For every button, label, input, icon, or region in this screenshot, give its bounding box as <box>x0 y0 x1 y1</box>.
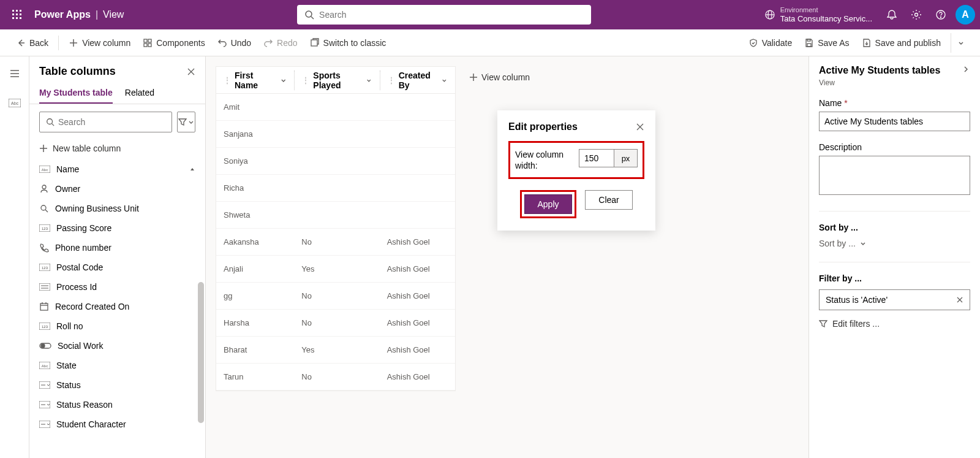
filter-button[interactable] <box>177 112 195 132</box>
list-item[interactable]: Social Work <box>29 336 205 356</box>
chevron-down-icon[interactable] <box>280 77 287 84</box>
validate-button[interactable]: Validate <box>742 33 799 53</box>
cmdbar-overflow[interactable] <box>951 33 970 53</box>
cell-sports: Yes <box>294 264 379 273</box>
panel-search[interactable] <box>39 112 172 132</box>
list-item[interactable]: 123Postal Code <box>29 258 205 277</box>
table-row[interactable]: BharatYesAshish Goel <box>216 337 455 364</box>
desc-input[interactable] <box>819 156 970 195</box>
table-row[interactable]: Richa <box>216 175 455 202</box>
cell-first-name: Richa <box>216 183 294 193</box>
components-button[interactable]: Components <box>137 33 211 53</box>
new-col-label: New table column <box>53 143 121 153</box>
drag-handle-icon[interactable]: ⋮ <box>302 76 309 85</box>
filter-chip[interactable]: Status is 'Active' <box>819 289 970 310</box>
sort-dropdown[interactable]: Sort by ... <box>819 239 970 248</box>
hamburger-icon[interactable] <box>5 64 24 83</box>
close-icon[interactable] <box>187 67 195 76</box>
undo-button[interactable]: Undo <box>211 33 257 53</box>
list-item[interactable]: Status Reason <box>29 395 205 414</box>
sort-value: Sort by ... <box>819 239 856 248</box>
table-row[interactable]: HarshaNoAshish Goel <box>216 310 455 337</box>
svg-line-10 <box>311 17 314 19</box>
grid-header: ⋮ First Name ⋮ Sports Played ⋮ Created B… <box>216 67 455 94</box>
tab-my-students[interactable]: My Students table <box>39 83 113 104</box>
list-item[interactable]: 123Passing Score <box>29 218 205 238</box>
width-input[interactable] <box>579 150 614 167</box>
list-item[interactable]: Owning Business Unit <box>29 199 205 218</box>
help-icon[interactable] <box>929 0 953 29</box>
save-as-button[interactable]: Save As <box>798 33 855 53</box>
table-row[interactable]: AnjaliYesAshish Goel <box>216 256 455 283</box>
global-search[interactable] <box>297 5 591 25</box>
table-row[interactable]: TarunNoAshish Goel <box>216 364 455 391</box>
col-created-by[interactable]: ⋮ Created By <box>380 71 455 90</box>
name-input[interactable] <box>819 112 970 131</box>
plus-icon <box>39 144 48 153</box>
apply-highlight: Apply <box>520 190 576 218</box>
col-first-name[interactable]: ⋮ First Name <box>216 71 294 90</box>
cell-sports: Yes <box>294 345 379 354</box>
list-item-label: State <box>56 361 77 370</box>
col-sports-played[interactable]: ⋮ Sports Played <box>294 71 379 90</box>
popover-title: Edit properties <box>508 121 578 132</box>
list-item[interactable]: Process Id <box>29 277 205 297</box>
edit-filters-button[interactable]: Edit filters ... <box>819 319 970 329</box>
close-icon[interactable] <box>956 296 963 303</box>
list-item[interactable]: 123Roll no <box>29 316 205 336</box>
scrollbar-thumb[interactable] <box>198 282 204 423</box>
table-row[interactable]: Sanjana <box>216 121 455 148</box>
drag-handle-icon[interactable]: ⋮ <box>388 76 395 85</box>
chevron-down-icon[interactable] <box>366 77 372 84</box>
cell-first-name: Shweta <box>216 210 294 219</box>
view-column-button[interactable]: View column <box>62 33 137 53</box>
list-item[interactable]: Status <box>29 375 205 395</box>
clear-button[interactable]: Clear <box>585 190 633 210</box>
col-label: First Name <box>235 71 277 90</box>
table-row[interactable]: ggNoAshish Goel <box>216 283 455 310</box>
cell-created-by: Ashish Goel <box>380 318 455 327</box>
width-input-wrap: px <box>579 149 638 167</box>
table-row[interactable]: Shweta <box>216 202 455 229</box>
avatar[interactable]: A <box>956 5 975 25</box>
switch-classic-button[interactable]: Switch to classic <box>304 33 393 53</box>
abc-icon[interactable]: Abc <box>5 93 24 113</box>
settings-icon[interactable] <box>904 0 929 29</box>
list-item[interactable]: Owner <box>29 179 205 199</box>
svg-rect-6 <box>12 17 14 19</box>
notifications-icon[interactable] <box>880 0 904 29</box>
list-item[interactable]: AbcState <box>29 356 205 375</box>
env-label: Environment <box>780 6 872 14</box>
new-table-column[interactable]: New table column <box>29 140 205 159</box>
cell-sports: No <box>294 237 379 246</box>
back-button[interactable]: Back <box>10 33 55 53</box>
global-search-input[interactable] <box>319 10 584 20</box>
table-row[interactable]: AakanshaNoAshish Goel <box>216 229 455 256</box>
apply-button[interactable]: Apply <box>524 194 572 214</box>
svg-rect-46 <box>39 283 50 291</box>
list-item[interactable]: Record Created On <box>29 297 205 316</box>
edit-properties-popover: Edit properties View column width: px Ap… <box>497 110 655 231</box>
tab-related[interactable]: Related <box>125 83 154 104</box>
add-view-column-button[interactable]: View column <box>461 66 538 88</box>
list-item-label: Postal Code <box>56 262 103 272</box>
list-item-label: Social Work <box>58 341 103 351</box>
left-rail: Abc <box>0 56 29 458</box>
table-row[interactable]: Amit <box>216 94 455 121</box>
list-item-label: Owning Business Unit <box>55 204 139 213</box>
chevron-right-icon[interactable] <box>962 65 970 74</box>
save-publish-button[interactable]: Save and publish <box>856 33 947 53</box>
environment-picker[interactable]: Environment Tata Consultancy Servic... <box>764 6 872 24</box>
chevron-down-icon[interactable] <box>441 77 448 84</box>
drag-handle-icon[interactable]: ⋮ <box>224 76 231 85</box>
phone-icon <box>39 243 49 253</box>
close-icon[interactable] <box>636 123 644 131</box>
panel-search-input[interactable] <box>58 117 165 127</box>
cell-created-by: Ashish Goel <box>380 372 455 381</box>
undo-label: Undo <box>231 38 251 48</box>
table-row[interactable]: Soniya <box>216 148 455 175</box>
waffle-icon[interactable] <box>5 0 29 29</box>
list-item[interactable]: Phone number <box>29 238 205 258</box>
list-item[interactable]: AbcName <box>29 159 205 179</box>
list-item[interactable]: Student Character <box>29 414 205 434</box>
